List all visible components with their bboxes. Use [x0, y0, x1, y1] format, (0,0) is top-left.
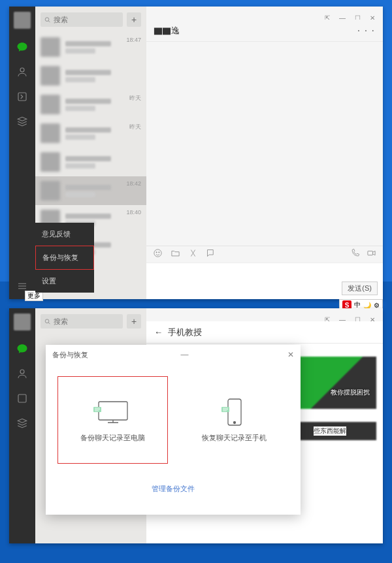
svg-point-9 [45, 319, 49, 323]
more-menu: 意见反馈 备份与恢复 设置 [35, 223, 94, 293]
menu-settings[interactable]: 设置 [35, 270, 94, 293]
search-input[interactable] [54, 317, 119, 325]
new-chat-button[interactable]: + [127, 314, 141, 329]
svg-point-2 [45, 17, 49, 21]
article-thumb[interactable] [298, 357, 376, 409]
chat-area: ▇▇逸 · · · 发送(S) [146, 20, 383, 299]
voice-call-icon[interactable] [350, 248, 360, 261]
menu-feedback[interactable]: 意见反馈 [35, 223, 94, 246]
send-button[interactable]: 发送(S) [342, 282, 378, 295]
search-input-wrap[interactable] [41, 12, 123, 27]
favorites-tab-icon[interactable] [16, 90, 29, 103]
contacts-tab-icon[interactable] [16, 367, 29, 380]
article-label-2: 些东西能解 [314, 426, 346, 436]
chat-title: 手机教授 [168, 327, 202, 338]
svg-rect-8 [18, 394, 26, 402]
message-input[interactable]: 发送(S) [146, 263, 383, 299]
svg-point-7 [20, 370, 24, 374]
svg-point-3 [154, 249, 161, 257]
contacts-tab-icon[interactable] [16, 65, 29, 78]
phone-icon [214, 398, 255, 426]
menu-backup-restore[interactable]: 备份与恢复 [35, 246, 94, 270]
chat-tab-icon[interactable] [16, 40, 29, 54]
monitor-icon [92, 398, 134, 426]
backup-to-pc-option[interactable]: 备份聊天记录至电脑 [57, 376, 168, 464]
dialog-title: 备份与恢复 [52, 350, 88, 360]
svg-point-13 [233, 421, 235, 423]
files-tab-icon[interactable] [16, 417, 29, 430]
chat-title: ▇▇逸 [154, 25, 180, 37]
file-icon[interactable] [171, 248, 180, 261]
back-icon[interactable]: ← [154, 327, 163, 337]
search-input[interactable] [54, 16, 119, 24]
left-nav [9, 308, 35, 543]
new-chat-button[interactable]: + [127, 12, 141, 27]
user-avatar[interactable] [14, 12, 31, 29]
input-toolbar [146, 246, 383, 263]
favorites-tab-icon[interactable] [16, 392, 29, 405]
wechat-window-top: ⇱ — ☐ ✕ + 18:47 昨天 昨天 18:42 18:40 意见反馈 [9, 7, 383, 299]
emoji-icon[interactable] [153, 248, 163, 261]
article-label: 教你摆脱困扰 [331, 388, 370, 397]
left-nav [9, 7, 35, 299]
search-input-wrap[interactable] [41, 314, 123, 329]
restore-to-phone-label: 恢复聊天记录至手机 [202, 433, 267, 443]
user-avatar[interactable] [14, 314, 31, 330]
files-tab-icon[interactable] [16, 115, 29, 128]
svg-point-5 [159, 252, 159, 253]
message-area [146, 42, 383, 246]
backup-restore-dialog: 备份与恢复 — ✕ 备份聊天记录至电脑 恢复聊天记录至手机 管理备份文件 [46, 345, 301, 515]
dialog-close-icon[interactable]: ✕ [287, 350, 294, 359]
dialog-minimize[interactable]: — [181, 350, 189, 359]
chat-more-icon[interactable]: · · · [357, 25, 375, 37]
svg-rect-10 [99, 402, 127, 420]
video-call-icon[interactable] [367, 248, 376, 261]
svg-rect-6 [368, 251, 373, 255]
manage-backups-link[interactable]: 管理备份文件 [152, 485, 195, 492]
screenshot-icon[interactable] [188, 248, 198, 261]
svg-point-4 [156, 252, 157, 253]
wechat-window-bottom: ⇱ — ☐ ✕ + ← 手机教授 教你摆脱困扰 些东西能解 [9, 308, 383, 543]
restore-to-phone-option[interactable]: 恢复聊天记录至手机 [180, 376, 289, 464]
svg-point-0 [20, 68, 24, 72]
chat-tab-icon[interactable] [16, 342, 29, 355]
backup-to-pc-label: 备份聊天记录至电脑 [80, 433, 145, 443]
history-icon[interactable] [206, 248, 216, 261]
